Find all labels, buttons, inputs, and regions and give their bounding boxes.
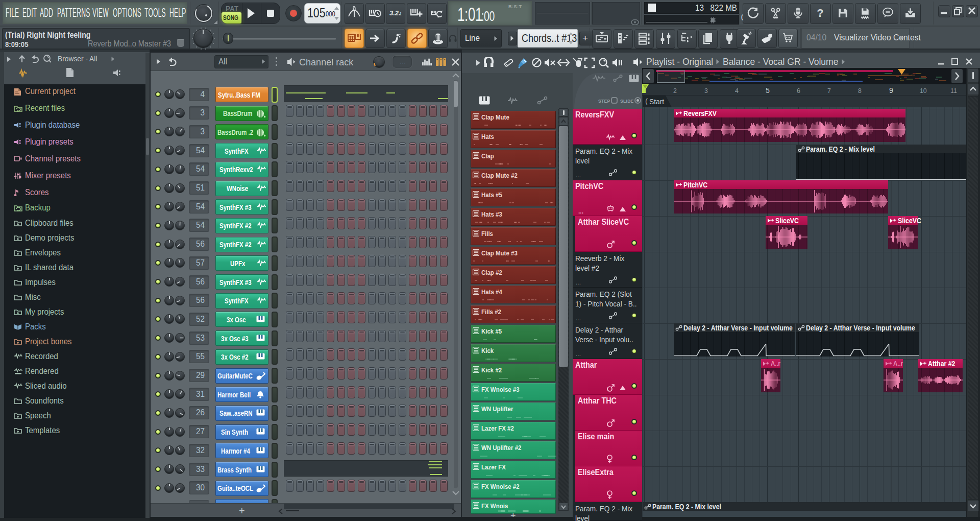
svg-text:1: 1 — [399, 11, 402, 16]
svg-text:?: ? — [817, 7, 823, 19]
